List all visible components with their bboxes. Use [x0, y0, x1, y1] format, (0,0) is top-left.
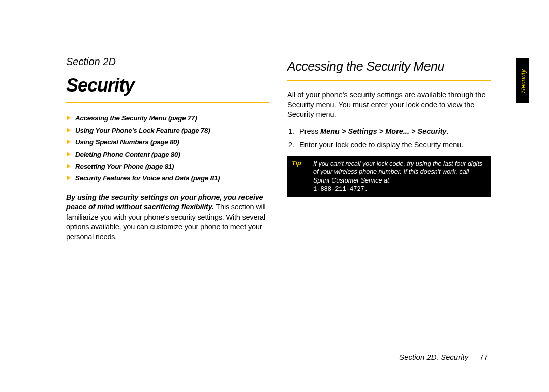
- thumb-tab-column: Security: [516, 58, 529, 103]
- toc-item: Using Your Phone's Lock Feature (page 78…: [66, 125, 269, 137]
- body-paragraph: All of your phone's security settings ar…: [287, 90, 491, 120]
- section-label: Section 2D: [66, 56, 269, 68]
- tip-text: If you can't recall your lock code, try …: [313, 160, 482, 184]
- step-text: Press: [299, 127, 320, 135]
- tip-phone: 1-888-211-4727.: [313, 186, 368, 193]
- step-text: .: [447, 127, 449, 135]
- subheading: Accessing the Security Menu: [287, 59, 491, 74]
- tip-body: If you can't recall your lock code, try …: [310, 157, 490, 196]
- thumb-tab-label: Security: [519, 69, 527, 93]
- step-item: Enter your lock code to display the Secu…: [297, 140, 491, 151]
- toc-item: Using Special Numbers (page 80): [66, 136, 269, 148]
- toc-list: Accessing the Security Menu (page 77) Us…: [66, 112, 269, 185]
- tip-label: Tip: [288, 157, 310, 196]
- toc-item: Accessing the Security Menu (page 77): [66, 112, 269, 125]
- subheading-rule: [287, 80, 491, 81]
- page-number: 77: [479, 353, 488, 361]
- step-item: Press Menu > Settings > More... > Securi…: [297, 126, 491, 137]
- title-rule: [66, 102, 269, 103]
- page-footer: Section 2D. Security 77: [399, 353, 488, 361]
- thumb-tab: Security: [516, 58, 529, 103]
- right-column: Accessing the Security Menu All of your …: [287, 56, 491, 377]
- menu-path: Menu > Settings > More... > Security: [320, 127, 447, 135]
- left-column: Section 2D Security Accessing the Securi…: [66, 56, 269, 377]
- toc-item: Security Features for Voice and Data (pa…: [66, 172, 269, 185]
- toc-item: Deleting Phone Content (page 80): [66, 148, 269, 161]
- toc-item: Resetting Your Phone (page 81): [66, 161, 269, 173]
- page-spread: Section 2D Security Accessing the Securi…: [0, 0, 549, 392]
- intro-paragraph: By using the security settings on your p…: [66, 193, 269, 243]
- tip-box: Tip If you can't recall your lock code, …: [287, 156, 491, 197]
- section-title: Security: [66, 75, 269, 96]
- footer-text: Section 2D. Security: [399, 353, 468, 361]
- steps-list: Press Menu > Settings > More... > Securi…: [287, 126, 491, 152]
